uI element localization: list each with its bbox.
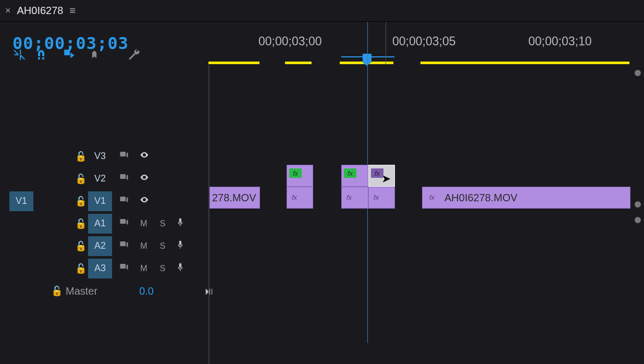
fx-badge-icon: fx	[289, 193, 300, 201]
svg-rect-5	[120, 241, 126, 246]
track-row-v1: V1 🔓 V1	[0, 190, 208, 212]
nest-sequence-icon[interactable]	[13, 48, 26, 62]
clip-v1[interactable]: fx	[341, 187, 368, 209]
track-target-a3[interactable]: A3	[88, 259, 112, 278]
lock-icon[interactable]: 🔓	[75, 240, 85, 252]
edit-marker-line	[386, 22, 386, 65]
clip-v2[interactable]: fx	[341, 165, 368, 187]
track-target-a1[interactable]: A1	[88, 214, 112, 234]
lock-icon[interactable]: 🔓	[75, 196, 85, 207]
sync-lock-icon[interactable]	[118, 150, 131, 162]
in-out-bar	[420, 62, 629, 64]
sync-lock-icon[interactable]	[118, 217, 131, 229]
clip-v1[interactable]: fx	[287, 187, 313, 209]
track-row-a3: 🔓 A3 M S	[0, 257, 208, 280]
time-ruler[interactable]: 00;00;03;00 00;00;03;05 00;00;03;10	[208, 25, 634, 65]
lock-icon[interactable]: 🔓	[75, 173, 85, 185]
clip-v1[interactable]: 278.MOV	[209, 187, 260, 209]
track-row-v2: 🔓 V2	[0, 167, 208, 190]
solo-button[interactable]: S	[157, 219, 168, 228]
svg-rect-0	[120, 152, 126, 156]
master-value[interactable]: 0.0	[139, 285, 154, 297]
master-label: Master	[66, 285, 97, 297]
sync-lock-icon[interactable]	[118, 195, 131, 207]
sync-lock-icon[interactable]	[118, 240, 131, 252]
hamburger-icon[interactable]: ≡	[67, 5, 78, 17]
svg-rect-6	[179, 241, 182, 246]
fx-badge-icon: fx	[289, 168, 302, 178]
svg-rect-7	[120, 264, 126, 269]
track-target-v2[interactable]: V2	[88, 169, 112, 189]
voiceover-record-icon[interactable]	[176, 262, 187, 275]
marker-icon[interactable]	[88, 48, 101, 62]
fx-badge-icon: fx	[371, 193, 381, 201]
source-patch-v1[interactable]: V1	[9, 191, 33, 211]
track-target-v1[interactable]: V1	[88, 191, 112, 211]
clip-label: AH0I6278.MOV	[423, 187, 630, 208]
track-row-a1: 🔓 A1 M S	[0, 212, 208, 235]
track-row-v3: 🔓 V3	[0, 145, 208, 167]
in-out-bar	[285, 62, 312, 64]
clip-label: 278.MOV	[210, 187, 259, 208]
track-target-v3[interactable]: V3	[88, 147, 112, 166]
track-headers: 🔓 V3 🔓 V2 V1 🔓 V1 🔓 A1 M S	[0, 145, 208, 302]
ruler-label: 00;00;03;05	[392, 34, 456, 48]
linked-selection-icon[interactable]	[63, 48, 76, 62]
mute-button[interactable]: M	[138, 241, 150, 251]
mute-button[interactable]: M	[138, 264, 150, 273]
scroll-dot[interactable]	[635, 217, 641, 223]
svg-rect-2	[120, 197, 126, 201]
timeline-area[interactable]: fx fx fx 278.MOV fx fx fx fx AH0I6278.MO…	[208, 65, 634, 364]
solo-button[interactable]: S	[157, 241, 168, 251]
ruler-label: 00;00;03;00	[258, 34, 322, 48]
fx-badge-icon: fx	[371, 168, 383, 178]
svg-rect-3	[120, 219, 126, 224]
solo-button[interactable]: S	[157, 264, 168, 273]
in-out-bar	[208, 62, 259, 64]
fx-badge-icon: fx	[427, 193, 437, 201]
toggle-track-output-icon[interactable]	[138, 150, 153, 162]
track-row-a2: 🔓 A2 M S	[0, 235, 208, 257]
toggle-track-output-icon[interactable]	[138, 173, 153, 185]
svg-rect-4	[179, 219, 182, 223]
voiceover-record-icon[interactable]	[176, 239, 187, 252]
sync-lock-icon[interactable]	[118, 262, 131, 274]
sync-lock-icon[interactable]	[118, 173, 131, 185]
mute-button[interactable]: M	[138, 219, 150, 228]
ruler-label: 00;00;03;10	[528, 34, 592, 48]
snap-icon[interactable]	[38, 48, 51, 62]
panel-header: × AH0I6278 ≡	[0, 0, 644, 22]
close-icon[interactable]: ×	[3, 5, 13, 16]
clip-v1[interactable]: fx	[368, 187, 395, 209]
clip-v2-selected[interactable]: fx	[368, 165, 395, 187]
timeline-tool-row	[13, 48, 141, 62]
track-row-master: 🔓 Master 0.0 ⏯	[0, 280, 208, 302]
toggle-track-output-icon[interactable]	[138, 195, 153, 207]
lock-icon[interactable]: 🔓	[75, 218, 85, 229]
fx-badge-icon: fx	[344, 193, 354, 201]
track-target-a2[interactable]: A2	[88, 236, 112, 256]
settings-wrench-icon[interactable]	[127, 48, 141, 62]
voiceover-record-icon[interactable]	[176, 217, 187, 230]
lock-icon[interactable]: 🔓	[75, 151, 85, 162]
sequence-name[interactable]: AH0I6278	[17, 5, 64, 17]
svg-rect-1	[120, 174, 126, 179]
lock-icon[interactable]: 🔓	[51, 285, 61, 297]
fx-badge-icon: fx	[344, 168, 356, 178]
svg-rect-8	[179, 263, 182, 268]
clip-v1[interactable]: fx AH0I6278.MOV	[422, 187, 630, 209]
scroll-dot[interactable]	[635, 70, 641, 76]
lock-icon[interactable]: 🔓	[75, 263, 85, 274]
clip-v2[interactable]: fx	[287, 165, 313, 187]
scroll-dot[interactable]	[635, 201, 641, 208]
